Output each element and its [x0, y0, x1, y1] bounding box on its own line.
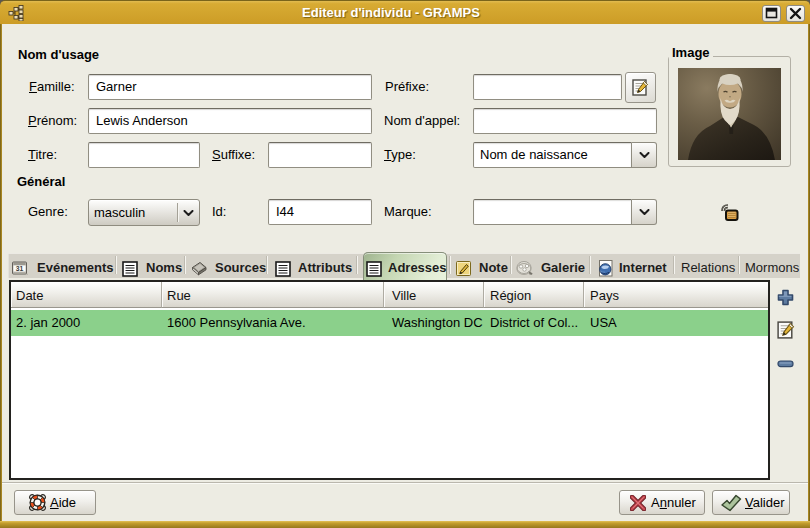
svg-text:31: 31: [16, 265, 24, 272]
